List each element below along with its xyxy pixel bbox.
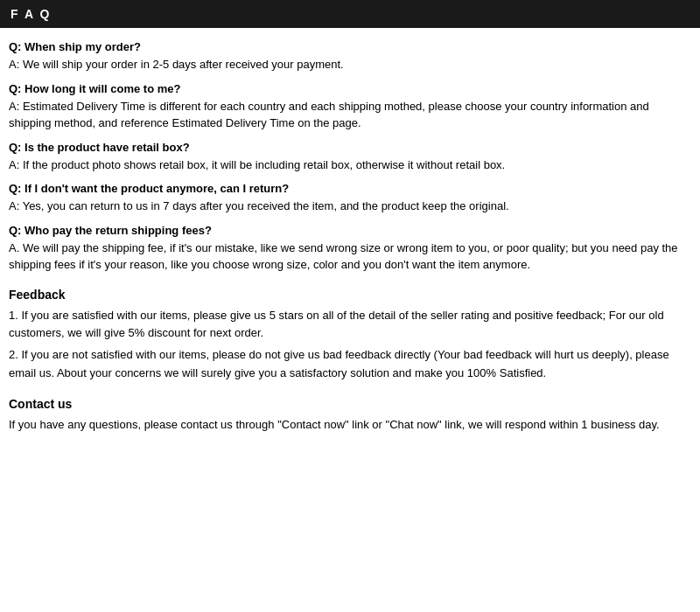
question-2: Q: How long it will come to me? [9, 82, 691, 95]
feedback-title: Feedback [9, 288, 691, 302]
answer-2: A: Estimated Delivery Time is different … [9, 98, 691, 132]
question-4: Q: If I don't want the product anymore, … [9, 182, 691, 195]
faq-item-2: Q: How long it will come to me? A: Estim… [9, 82, 691, 132]
faq-header: F A Q [0, 0, 700, 28]
answer-1: A: We will ship your order in 2-5 days a… [9, 56, 691, 73]
faq-item-5: Q: Who pay the return shipping fees? A. … [9, 224, 691, 274]
answer-4: A: Yes, you can return to us in 7 days a… [9, 198, 691, 215]
feedback-point-2: 2. If you are not satisfied with our ite… [9, 346, 691, 383]
feedback-content: 1. If you are satisfied with our items, … [9, 307, 691, 383]
header-title: F A Q [10, 7, 51, 21]
contact-text: If you have any questions, please contac… [9, 416, 691, 435]
answer-3: A: If the product photo shows retail box… [9, 156, 691, 174]
faq-item-4: Q: If I don't want the product anymore, … [9, 182, 691, 215]
answer-5: A. We will pay the shipping fee, if it's… [9, 240, 691, 274]
question-5: Q: Who pay the return shipping fees? [9, 224, 691, 237]
feedback-point-1: 1. If you are satisfied with our items, … [9, 307, 691, 344]
contact-title: Contact us [9, 397, 691, 411]
faq-item-3: Q: Is the product have retail box? A: If… [9, 141, 691, 174]
question-1: Q: When ship my order? [9, 40, 691, 53]
question-3: Q: Is the product have retail box? [9, 141, 691, 154]
main-content: Q: When ship my order? A: We will ship y… [0, 37, 700, 437]
faq-item-1: Q: When ship my order? A: We will ship y… [9, 40, 691, 73]
